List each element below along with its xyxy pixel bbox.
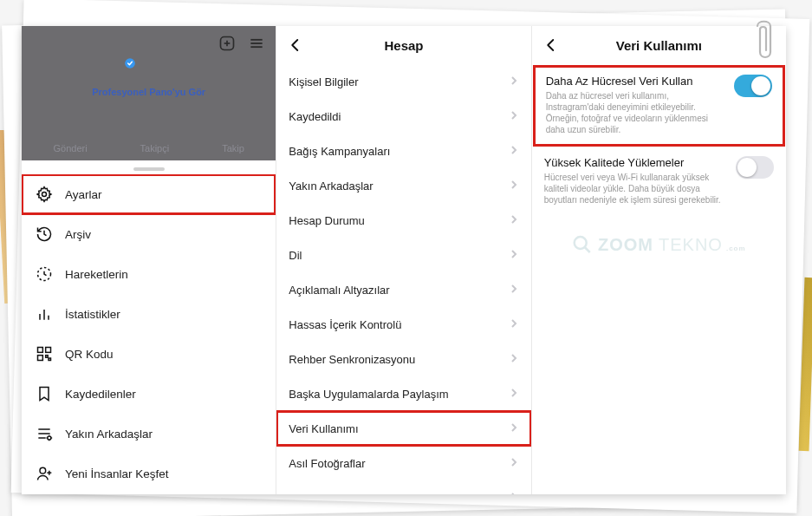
sheet-item-stats[interactable]: İstatistikler [22,294,276,334]
qr-icon [36,345,53,363]
chevron-right-icon [510,387,517,401]
tab-posts[interactable]: Gönderi [53,143,87,153]
magnifier-icon [572,234,593,255]
svg-rect-15 [46,356,49,358]
activity-icon [36,265,53,283]
settings-item-label: Rehber Senkronizasyonu [289,353,415,366]
sheet-item-label: Ayarlar [65,188,102,201]
sheet-item-closefriends[interactable]: Yakın Arkadaşlar [22,414,276,454]
tab-followers[interactable]: Takipçi [140,143,170,153]
panel-account: Hesap Kişisel BilgilerKaydedildiBağış Ka… [276,26,531,494]
settings-item-label: Veri Kullanımı [289,422,358,435]
settings-item[interactable]: Yakın Arkadaşlar [276,168,530,203]
adduser-icon [36,465,53,482]
panel-data-usage: Veri Kullanımı Daha Az Hücresel Veri Kul… [532,26,786,494]
toggle-switch[interactable] [736,156,774,179]
history-icon [36,225,53,243]
settings-item[interactable]: Veri Kullanımı [276,411,530,446]
settings-item[interactable]: Asıl Fotoğraflar [276,446,530,480]
chevron-right-icon [510,456,517,470]
chevron-right-icon [510,144,517,158]
sheet-item-covid[interactable]: COVID-19 Bilgi Merkezi [22,493,276,494]
sheet-item-label: Yakın Arkadaşlar [65,428,153,441]
settings-item-label: Başka Uygulamalarda Paylaşım [289,388,448,401]
sheet-item-label: QR Kodu [65,348,114,361]
toggle-title: Yüksek Kalitede Yüklemeler [544,156,727,169]
verified-badge-icon [124,57,136,69]
page-title: Hesap [384,38,423,53]
chevron-right-icon [510,109,517,123]
back-button[interactable] [285,35,306,56]
account-settings-list: Kişisel BilgilerKaydedildiBağış Kampanya… [276,64,530,494]
chevron-right-icon [510,421,517,435]
toggle-switch[interactable] [734,75,772,97]
chevron-right-icon [510,213,517,227]
add-post-icon[interactable] [218,35,236,56]
settings-item[interactable]: Doğrulama Talebi [276,480,530,494]
tab-following[interactable]: Takip [222,143,244,153]
settings-item[interactable]: Kaydedildi [276,99,530,134]
settings-item-label: Doğrulama Talebi [289,492,376,495]
settings-item-label: Yakın Arkadaşlar [289,180,373,193]
stats-icon [36,305,53,323]
hamburger-menu-icon[interactable] [248,35,265,56]
closefriends-icon [36,425,53,442]
sheet-item-history[interactable]: Arşiv [22,214,276,254]
svg-point-33 [575,237,587,249]
sheet-item-label: Yeni İnsanlar Keşfet [65,467,169,480]
watermark-text-2: TEKNO [659,235,723,255]
sheet-item-bookmark[interactable]: Kaydedilenler [22,374,276,414]
panel-profile: Profesyonel Pano'yu Gör Gönderi Takipçi … [22,26,276,494]
watermark-text-1: ZOOM [598,235,653,255]
toggle-title: Daha Az Hücresel Veri Kullan [546,75,725,88]
settings-item[interactable]: Hesap Durumu [276,203,530,238]
sheet-item-gear[interactable]: Ayarlar [22,174,276,214]
settings-item-label: Asıl Fotoğraflar [289,457,365,470]
settings-item-label: Açıklamalı Altyazılar [289,284,389,297]
settings-item[interactable]: Rehber Senkronizasyonu [276,342,530,376]
toggle-row: Daha Az Hücresel Veri KullanDaha az hücr… [534,66,784,146]
chevron-right-icon [510,491,517,494]
profile-header: Profesyonel Pano'yu Gör Gönderi Takipçi … [22,26,276,160]
sheet-item-qr[interactable]: QR Kodu [22,334,276,374]
settings-item-label: Kaydedildi [289,110,341,123]
settings-item[interactable]: Dil [276,238,530,272]
sheet-drag-handle[interactable] [133,167,165,171]
sheet-item-activity[interactable]: Hareketlerin [22,254,276,294]
settings-item-label: Kişisel Bilgiler [289,75,358,88]
settings-item[interactable]: Kişisel Bilgiler [276,64,530,99]
chevron-right-icon [510,317,517,331]
page-title: Veri Kullanımı [616,38,702,53]
sheet-item-label: Hareketlerin [65,268,128,281]
sheet-item-label: İstatistikler [65,308,120,321]
settings-item-label: Dil [289,249,302,262]
settings-item-label: Bağış Kampanyaları [289,145,390,158]
sheet-item-label: Arşiv [65,228,91,241]
settings-item[interactable]: Hassas İçerik Kontrolü [276,307,530,342]
chevron-right-icon [510,283,517,297]
settings-item-label: Hesap Durumu [289,214,364,227]
back-button[interactable] [541,35,562,56]
watermark: ZOOM TEKNO .com [572,234,746,255]
data-usage-options: Daha Az Hücresel Veri KullanDaha az hücr… [532,64,786,216]
svg-point-21 [40,467,46,474]
svg-rect-14 [38,356,43,361]
paperclip-icon [751,16,777,63]
svg-rect-12 [38,348,43,353]
watermark-suffix: .com [726,245,746,252]
settings-item[interactable]: Başka Uygulamalarda Paylaşım [276,376,530,411]
settings-item[interactable]: Bağış Kampanyaları [276,134,530,168]
chevron-right-icon [510,75,517,88]
professional-dashboard-link[interactable]: Profesyonel Pano'yu Gör [92,87,205,97]
chevron-right-icon [510,248,517,262]
svg-point-20 [48,436,51,440]
gear-icon [36,186,53,203]
settings-item-label: Hassas İçerik Kontrolü [289,318,401,331]
svg-rect-16 [49,358,51,361]
chevron-right-icon [510,179,517,193]
settings-item[interactable]: Açıklamalı Altyazılar [276,272,530,307]
svg-point-7 [42,193,47,197]
sheet-item-adduser[interactable]: Yeni İnsanlar Keşfet [22,454,276,493]
toggle-row: Yüksek Kalitede YüklemelerHücresel veri … [532,147,786,216]
svg-line-34 [585,247,590,252]
